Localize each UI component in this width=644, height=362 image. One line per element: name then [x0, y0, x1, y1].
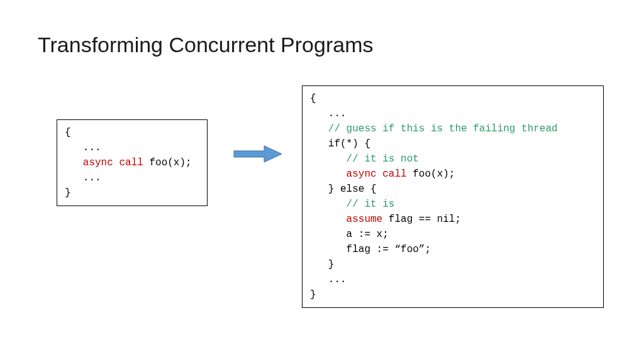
code-indent — [310, 153, 347, 165]
code-text: foo(x); — [407, 168, 455, 180]
code-indent — [310, 168, 347, 180]
code-line: } else { — [310, 184, 377, 195]
code-line: if(*) { — [310, 138, 370, 150]
code-text: foo(x); — [143, 157, 192, 168]
slide-title: Transforming Concurrent Programs — [38, 33, 373, 57]
code-text: flag == nil; — [382, 214, 461, 225]
code-line: { — [65, 127, 71, 138]
code-line: flag := “foo”; — [310, 244, 431, 255]
code-line: { — [310, 93, 316, 104]
code-line: } — [65, 187, 71, 199]
arrow-right-icon — [233, 145, 283, 163]
code-line: } — [310, 289, 316, 300]
keyword-async-call: async call — [347, 168, 407, 180]
comment: // guess if this is the failing thread — [328, 123, 558, 134]
code-indent — [310, 123, 328, 134]
comment: // it is not — [347, 153, 419, 165]
code-box-before: { ... async call foo(x); ... } — [57, 119, 208, 206]
code-indent — [65, 157, 83, 168]
code-line: ... — [65, 142, 101, 153]
code-indent — [310, 214, 347, 225]
keyword-assume: assume — [347, 214, 383, 225]
arrow-shape — [234, 146, 282, 162]
code-box-after: { ... // guess if this is the failing th… — [302, 85, 604, 308]
comment: // it is — [347, 199, 395, 210]
keyword-async-call: async call — [83, 157, 143, 168]
code-line: a := x; — [310, 229, 389, 240]
code-line: ... — [310, 108, 347, 119]
code-line: ... — [65, 172, 101, 184]
code-line: ... — [310, 274, 347, 285]
code-indent — [310, 199, 347, 210]
code-line: } — [310, 259, 334, 270]
